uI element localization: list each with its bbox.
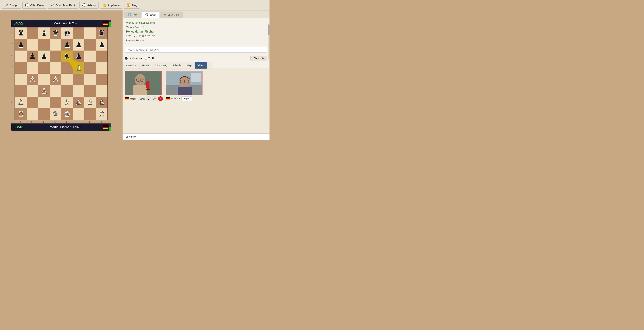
board-cell-g1[interactable]: [84, 108, 96, 120]
board-cell-c6[interactable]: ♟: [38, 50, 50, 62]
board-cell-f6[interactable]: ♟: [73, 50, 84, 62]
board-cell-h8[interactable]: ♜: [96, 27, 108, 39]
board-cell-a1[interactable]: ♖: [15, 108, 26, 120]
board-cell-b3[interactable]: [26, 85, 38, 97]
board-cell-d1[interactable]: ♕: [50, 108, 61, 120]
board-cell-a7[interactable]: ♟: [15, 39, 26, 50]
board-cell-c8[interactable]: ♝: [38, 27, 50, 39]
board-cell-h7[interactable]: ♟: [96, 39, 108, 50]
board-cell-b2[interactable]: [26, 97, 38, 108]
board-cell-c3[interactable]: ♙: [38, 85, 50, 97]
board-cell-a8[interactable]: ♜: [15, 27, 26, 39]
tab-more[interactable]: —: [207, 62, 212, 68]
player1-mic-btn[interactable]: 🎤: [152, 96, 157, 101]
users-text: 1298 users, 10:42 (UTC+2h): [126, 34, 266, 38]
chat-icon: 💬: [145, 13, 148, 16]
board-cell-d5[interactable]: [50, 62, 61, 74]
board-cell-e8[interactable]: ♚: [61, 27, 73, 39]
board-cell-c5[interactable]: [38, 62, 50, 74]
board-cell-b6[interactable]: ♟: [26, 50, 38, 62]
board-cell-b7[interactable]: [26, 39, 38, 50]
applaude-button[interactable]: 👏 Applaude: [100, 2, 122, 8]
chat-input[interactable]: [125, 47, 268, 53]
arbiter-button[interactable]: 💭 Arbiter: [80, 2, 98, 8]
panel-scrollbar[interactable]: [268, 24, 270, 59]
board-cell-h5[interactable]: [96, 62, 108, 74]
board-cell-e1[interactable]: ♔: [61, 108, 73, 120]
svg-rect-8: [146, 89, 150, 90]
board-cell-h4[interactable]: [96, 74, 108, 85]
board-cell-d6[interactable]: [50, 50, 61, 62]
board-cell-h1[interactable]: ♖: [96, 108, 108, 120]
board-cell-g7[interactable]: [84, 39, 96, 50]
board-cell-d3[interactable]: [50, 85, 61, 97]
recipient-markfinn[interactable]: -> Mark-finn: [125, 57, 142, 60]
board-cell-c1[interactable]: [38, 108, 50, 120]
piece-d8: ♛: [52, 29, 59, 37]
board-cell-a6[interactable]: [15, 50, 26, 62]
board-cell-a4[interactable]: [15, 74, 26, 85]
tab-community[interactable]: Community: [152, 62, 170, 68]
info-content: Waiting for playchess.com Version Play 1…: [123, 18, 270, 45]
tab-invitations[interactable]: Invitations: [123, 62, 140, 68]
board-cell-b4[interactable]: ♙: [26, 74, 38, 85]
board-cell-f8[interactable]: [73, 27, 84, 39]
offer-takeback-button[interactable]: ↩ Offer Take Back: [48, 2, 78, 8]
tab-map[interactable]: Map: [184, 62, 194, 68]
piece-f5: ♗: [75, 64, 82, 72]
board-cell-f7[interactable]: ♟: [73, 39, 84, 50]
tab-chat[interactable]: 💬 Chat: [142, 11, 159, 18]
tab-info[interactable]: ℹ️ Info: [124, 11, 141, 18]
recipient-all[interactable]: To All: [144, 57, 154, 60]
board-cell-g2[interactable]: ♙: [84, 97, 96, 108]
board-cell-a3[interactable]: [15, 85, 26, 97]
tab-friends[interactable]: Friends: [170, 62, 184, 68]
board-cell-c4[interactable]: [38, 74, 50, 85]
board-cell-f4[interactable]: [73, 74, 84, 85]
tab-video[interactable]: Video: [194, 62, 207, 68]
board-cell-f3[interactable]: [73, 85, 84, 97]
board-cell-c7[interactable]: [38, 39, 50, 50]
board-cell-g3[interactable]: [84, 85, 96, 97]
tab-game[interactable]: Game: [140, 62, 152, 68]
waiting-text: Waiting for playchess.com: [126, 21, 266, 25]
shortcuts-button[interactable]: Shortcuts: [250, 56, 268, 61]
chess-board[interactable]: ♜♝♛♚♜♟♟♟♟♟♟♞♟♗♙♙♙♙♗♙♙♙♖♕♔♖: [14, 27, 108, 120]
board-cell-f2[interactable]: ♙: [73, 97, 84, 108]
report-button[interactable]: Report: [182, 96, 192, 101]
resign-button[interactable]: ✕ Resign: [2, 2, 21, 8]
board-cell-d2[interactable]: [50, 97, 61, 108]
player1-settings-btn[interactable]: ⚙: [146, 96, 151, 101]
board-cell-d7[interactable]: [50, 39, 61, 50]
offer-takeback-label: Offer Take Back: [56, 4, 76, 7]
board-cell-b1[interactable]: [26, 108, 38, 120]
board-cell-e6[interactable]: ♞: [61, 50, 73, 62]
board-cell-h6[interactable]: [96, 50, 108, 62]
board-cell-g6[interactable]: [84, 50, 96, 62]
board-cell-h2[interactable]: ♙: [96, 97, 108, 108]
board-cell-e2[interactable]: ♗: [61, 97, 73, 108]
board-cell-f5[interactable]: ♗: [73, 62, 84, 74]
board-cell-g4[interactable]: [84, 74, 96, 85]
board-cell-e7[interactable]: ♟: [61, 39, 73, 50]
board-cell-d8[interactable]: ♛: [50, 27, 61, 39]
board-cell-d4[interactable]: ♙: [50, 74, 61, 85]
premium-text: Premium Account.: [126, 38, 266, 42]
board-cell-b8[interactable]: [26, 27, 38, 39]
board-cell-a2[interactable]: ♙: [15, 97, 26, 108]
board-cell-e5[interactable]: [61, 62, 73, 74]
board-cell-b5[interactable]: [26, 62, 38, 74]
board-cell-e4[interactable]: [61, 74, 73, 85]
board-cell-h3[interactable]: [96, 85, 108, 97]
piece-f7: ♟: [75, 41, 82, 49]
board-cell-c2[interactable]: [38, 97, 50, 108]
offer-draw-button[interactable]: 💬 Offer Draw: [22, 2, 46, 8]
tab-club[interactable]: 🏛 Your Club: [160, 11, 183, 18]
board-cell-g5[interactable]: [84, 62, 96, 74]
board-cell-g8[interactable]: [84, 27, 96, 39]
ping-button[interactable]: 📶 Ping: [124, 2, 140, 8]
board-cell-a5[interactable]: [15, 62, 26, 74]
board-cell-e3[interactable]: [61, 85, 73, 97]
player1-close-btn[interactable]: ✕: [158, 96, 163, 101]
board-cell-f1[interactable]: [73, 108, 84, 120]
